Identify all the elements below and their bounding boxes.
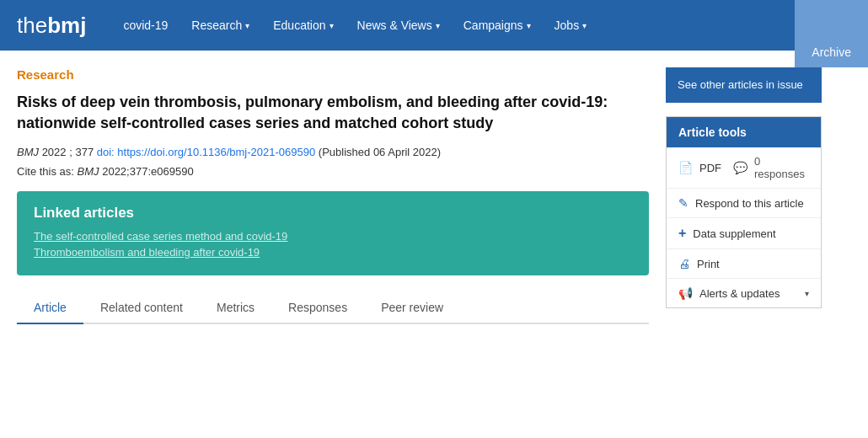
jobs-arrow-icon: ▾ [582, 21, 587, 30]
tool-data-supplement[interactable]: + Data supplement [667, 218, 821, 249]
campaigns-arrow-icon: ▾ [527, 21, 531, 30]
article-published: (Published 06 April 2022) [319, 146, 441, 158]
nav-education[interactable]: Education ▾ [261, 0, 345, 51]
alerts-arrow-icon: ▾ [805, 289, 809, 298]
responses-icon: 💬 [733, 161, 747, 174]
tool-print[interactable]: 🖨 Print [667, 249, 821, 279]
sidebar: See other articles in issue Article tool… [666, 67, 822, 324]
respond-label: Respond to this article [695, 197, 804, 210]
tool-respond[interactable]: ✎ Respond to this article [667, 189, 821, 218]
education-arrow-icon: ▾ [330, 21, 334, 30]
pdf-label: PDF [699, 162, 721, 174]
main-nav: covid-19 Research ▾ Education ▾ News & V… [111, 0, 598, 51]
nav-jobs[interactable]: Jobs ▾ [543, 0, 599, 51]
tab-related-content[interactable]: Related content [83, 292, 200, 324]
print-label: Print [697, 258, 720, 270]
tool-alerts[interactable]: 📢 Alerts & updates ▾ [667, 279, 821, 307]
nav-news-views[interactable]: News & Views ▾ [346, 0, 452, 51]
article-volume: 377 [75, 146, 94, 158]
alerts-icon: 📢 [678, 286, 693, 300]
article-tabs: Article Related content Metrics Response… [17, 292, 649, 324]
respond-icon: ✎ [678, 196, 689, 210]
news-arrow-icon: ▾ [436, 21, 440, 30]
tab-article[interactable]: Article [17, 292, 83, 324]
tab-responses[interactable]: Responses [271, 292, 364, 324]
article-tools-section: Article tools 📄 PDF 💬 0 responses ✎ Resp… [666, 116, 822, 308]
linked-article-1[interactable]: The self-controlled case series method a… [34, 230, 632, 243]
nav-research[interactable]: Research ▾ [179, 0, 261, 51]
print-icon: 🖨 [678, 257, 690, 270]
logo-prefix: the [17, 13, 47, 39]
linked-articles-title: Linked articles [34, 205, 632, 222]
article-doi-link[interactable]: doi: https://doi.org/10.1136/bmj-2021-06… [97, 146, 315, 158]
main-layout: Research Risks of deep vein thrombosis, … [0, 51, 868, 341]
site-logo[interactable]: thebmj [17, 13, 86, 39]
linked-article-2[interactable]: Thromboembolism and bleeding after covid… [34, 246, 632, 259]
article-meta: BMJ 2022 ; 377 doi: https://doi.org/10.1… [17, 144, 649, 162]
article-year: 2022 [42, 146, 67, 158]
data-supplement-icon: + [678, 226, 686, 241]
section-label: Research [17, 67, 649, 82]
nav-campaigns[interactable]: Campaigns ▾ [452, 0, 543, 51]
response-count: 0 responses [754, 155, 809, 180]
archive-button[interactable]: Archive [795, 0, 868, 67]
article-title: Risks of deep vein thrombosis, pulmonary… [17, 92, 649, 134]
tab-metrics[interactable]: Metrics [200, 292, 271, 324]
site-header: thebmj covid-19 Research ▾ Education ▾ N… [0, 0, 868, 51]
article-tools-header: Article tools [667, 117, 821, 147]
content-area: Research Risks of deep vein thrombosis, … [17, 67, 649, 324]
linked-articles-box: Linked articles The self-controlled case… [17, 191, 649, 275]
journal-name: BMJ [17, 146, 39, 158]
see-other-articles-button[interactable]: See other articles in issue [666, 67, 822, 103]
pdf-icon: 📄 [678, 161, 693, 174]
logo-bold: bmj [47, 13, 86, 39]
data-supplement-label: Data supplement [693, 227, 775, 240]
nav-covid[interactable]: covid-19 [111, 0, 179, 51]
article-cite: Cite this as: BMJ 2022;377:e069590 [17, 165, 649, 178]
alerts-label: Alerts & updates [699, 287, 780, 300]
tab-peer-review[interactable]: Peer review [364, 292, 460, 324]
tool-pdf[interactable]: 📄 PDF 💬 0 responses [667, 147, 821, 189]
research-arrow-icon: ▾ [245, 21, 249, 30]
